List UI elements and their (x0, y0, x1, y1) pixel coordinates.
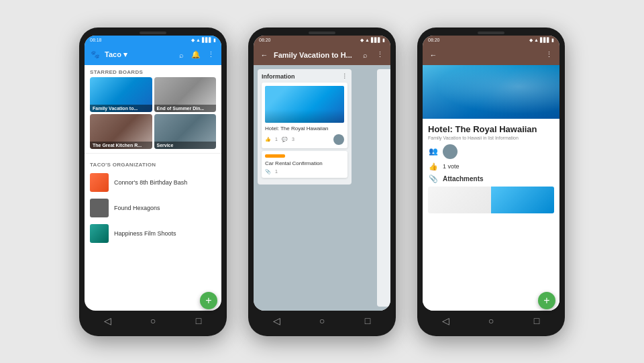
app-bar-3: ← ⋮ (423, 45, 559, 65)
signal-icon-2: ▋▋▋ (371, 38, 381, 43)
phone-1: 08:18 ◆ ▲ ▋▋▋ ▮ 🐾 Taco ▾ ⌕ 🔔 ⋮ Starred B… (79, 28, 227, 336)
overflow-menu-icon-2[interactable]: ⋮ (374, 50, 385, 59)
attachment-icon: 📎 (265, 169, 271, 174)
board-label-service: Service (154, 142, 217, 149)
status-bar-2: 08:20 ◆ ▲ ▋▋▋ ▮ (254, 36, 390, 45)
list-item-hexagon[interactable]: Found Hexagons (85, 195, 221, 221)
board-label-dinner: End of Summer Din... (154, 105, 217, 112)
card-hotel[interactable]: Hotel: The Royal Hawaiian 👍 1 💬 3 (262, 83, 347, 148)
detail-content: Hotel: The Royal Hawaiian Family Vacatio… (423, 119, 559, 219)
comment-icon: 💬 (282, 137, 288, 142)
film-thumb (90, 224, 109, 243)
signal-icon-3: ▋▋▋ (540, 38, 550, 43)
app-logo-icon: 🐾 (90, 50, 101, 59)
detail-hero-image (423, 65, 559, 119)
wifi-icon: ▲ (196, 38, 201, 42)
recents-button-2[interactable]: □ (362, 315, 374, 327)
vote-count: 1 vote (443, 163, 460, 170)
vote-row: 👍 1 vote (428, 162, 554, 171)
battery-icon: ▮ (213, 38, 216, 43)
board-thumb-vacation[interactable]: Family Vacation to... (90, 77, 152, 112)
app-bar-title-1[interactable]: Taco ▾ (105, 50, 172, 59)
status-icons-3: ◆ ▲ ▋▋▋ ▮ (529, 38, 554, 43)
search-icon-2[interactable]: ⌕ (360, 51, 370, 59)
attachment-count: 1 (275, 169, 278, 174)
column-menu-icon[interactable]: ⋮ (341, 73, 347, 80)
status-time-1: 08:18 (90, 38, 102, 42)
card-label-orange (265, 154, 285, 158)
hexagon-thumb (90, 199, 109, 217)
card-car-meta: 📎 1 (265, 169, 344, 174)
app-bar-2: ← Family Vacation to H... ⌕ ⋮ (254, 45, 390, 65)
column-title-info: Information (262, 73, 295, 80)
detail-card-title: Hotel: The Royal Hawaiian (428, 124, 554, 134)
breadcrumb-in: in list (483, 136, 494, 140)
member-avatar (443, 144, 458, 159)
comment-count: 3 (292, 137, 294, 142)
recents-button-3[interactable]: □ (531, 315, 543, 327)
partial-column (377, 69, 390, 307)
attachments-row: 📎 Attachments (428, 174, 554, 183)
board-thumb-kitchen[interactable]: The Great Kitchen R... (90, 114, 152, 149)
wifi-icon-2: ▲ (365, 38, 370, 42)
card-car-rental[interactable]: Car Rental Confirmation 📎 1 (262, 151, 347, 178)
nav-bar-3: ◁ ○ □ (423, 311, 559, 328)
notifications-icon[interactable]: 🔔 (191, 50, 201, 59)
fab-button-1[interactable]: + (200, 292, 217, 309)
status-time-2: 08:20 (259, 38, 271, 42)
org-section-header: Taco's Organization (85, 158, 221, 170)
attachments-title: Attachments (443, 175, 484, 183)
overflow-menu-icon-1[interactable]: ⋮ (205, 50, 216, 59)
status-time-3: 08:20 (428, 38, 440, 42)
phone-1-screen: 08:18 ◆ ▲ ▋▋▋ ▮ 🐾 Taco ▾ ⌕ 🔔 ⋮ Starred B… (85, 36, 221, 311)
recents-button-1[interactable]: □ (193, 315, 205, 327)
board-label-kitchen: The Great Kitchen R... (90, 142, 152, 149)
board-thumb-dinner[interactable]: End of Summer Din... (154, 77, 217, 112)
attachment-icon-detail: 📎 (428, 174, 439, 183)
card-column-info: Information ⋮ Hotel: The Royal Hawaiian … (258, 69, 352, 185)
phone-3-screen: 08:20 ◆ ▲ ▋▋▋ ▮ ← ⋮ Hotel: The Royal Haw… (423, 36, 559, 311)
fab-button-3[interactable]: + (538, 292, 555, 309)
list-item-film[interactable]: Happiness Film Shoots (85, 221, 221, 246)
board-label-vacation: Family Vacation to... (90, 105, 152, 112)
battery-icon-3: ▮ (551, 38, 554, 43)
home-button-2[interactable]: ○ (316, 315, 328, 327)
wifi-icon-3: ▲ (534, 38, 539, 42)
like-count: 1 (275, 137, 278, 142)
card-detail-view: Hotel: The Royal Hawaiian Family Vacatio… (423, 65, 559, 311)
birthday-thumb (90, 173, 109, 192)
film-label: Happiness Film Shoots (114, 230, 216, 237)
status-bar-1: 08:18 ◆ ▲ ▋▋▋ ▮ (85, 36, 221, 45)
members-icon: 👥 (428, 147, 439, 156)
bluetooth-icon-3: ◆ (529, 38, 533, 43)
back-button-1[interactable]: ◁ (101, 315, 113, 327)
status-icons-1: ◆ ▲ ▋▋▋ ▮ (191, 38, 216, 43)
board-thumb-service[interactable]: Service (154, 114, 217, 149)
search-icon-1[interactable]: ⌕ (176, 51, 186, 59)
status-bar-3: 08:20 ◆ ▲ ▋▋▋ ▮ (423, 36, 559, 45)
card-list-area: Information ⋮ Hotel: The Royal Hawaiian … (254, 65, 390, 311)
status-icons-2: ◆ ▲ ▋▋▋ ▮ (360, 38, 385, 43)
app-bar-title-2: Family Vacation to H... (274, 51, 356, 59)
starred-boards-header: Starred Boards (85, 65, 221, 77)
battery-icon-2: ▮ (382, 38, 385, 43)
nav-bar-1: ◁ ○ □ (85, 311, 221, 328)
attachment-thumbnail[interactable] (428, 187, 554, 213)
home-button-3[interactable]: ○ (485, 315, 497, 327)
back-icon-3[interactable]: ← (428, 51, 439, 59)
phone-3: 08:20 ◆ ▲ ▋▋▋ ▮ ← ⋮ Hotel: The Royal Haw… (417, 28, 565, 336)
back-button-3[interactable]: ◁ (439, 315, 451, 327)
bluetooth-icon-2: ◆ (360, 38, 364, 43)
detail-breadcrumb: Family Vacation to Hawaii in list Inform… (428, 136, 554, 140)
home-button-1[interactable]: ○ (147, 315, 159, 327)
back-icon-2[interactable]: ← (259, 51, 270, 59)
back-button-2[interactable]: ◁ (270, 315, 282, 327)
breadcrumb-list: Information (495, 136, 519, 140)
card-avatar (333, 134, 344, 145)
app-bar-1: 🐾 Taco ▾ ⌕ 🔔 ⋮ (85, 45, 221, 65)
phone-2: 08:20 ◆ ▲ ▋▋▋ ▮ ← Family Vacation to H..… (248, 28, 396, 336)
card-hotel-meta: 👍 1 💬 3 (265, 134, 344, 145)
list-item-birthday[interactable]: Connor's 8th Birthday Bash (85, 170, 221, 195)
hexagon-label: Found Hexagons (114, 205, 216, 211)
overflow-menu-icon-3[interactable]: ⋮ (543, 50, 554, 59)
